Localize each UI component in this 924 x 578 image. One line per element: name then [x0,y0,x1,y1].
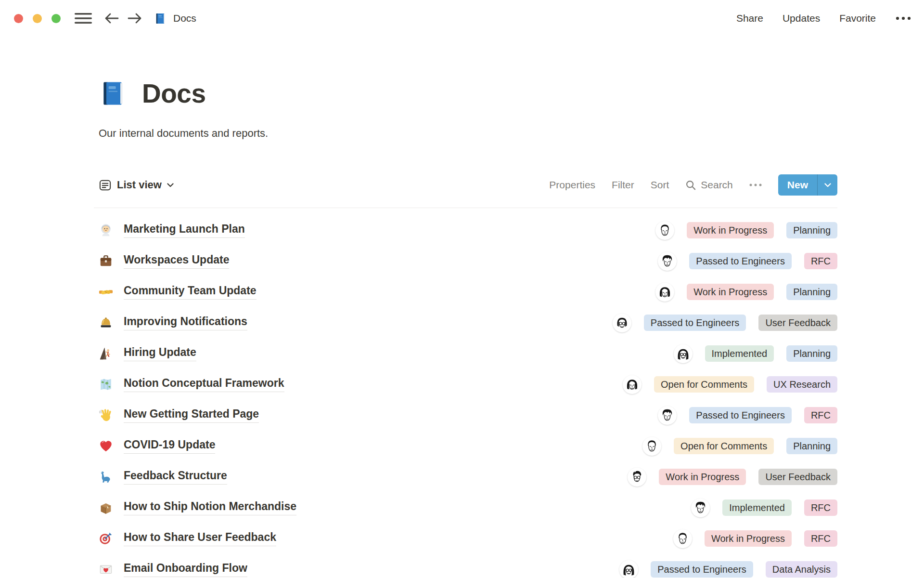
status-badge: Work in Progress [687,284,774,300]
search-icon [685,180,696,191]
properties-button[interactable]: Properties [549,179,595,191]
list-item[interactable]: How to Ship Notion Merchandise Implement… [99,492,837,523]
status-badge: Implemented [722,499,792,516]
collection-toolbar: List view Properties Filter Sort Search … [99,174,837,196]
page-body: Docs Our internal documents and reports.… [99,78,837,578]
status-badge: Work in Progress [687,222,774,238]
love-letter-icon [99,562,113,577]
list-item[interactable]: Email Onboarding Flow Passed to Engineer… [99,554,837,578]
row-properties: Passed to Engineers RFC [658,252,837,271]
row-properties: Open for Comments UX Research [623,375,837,394]
page-title[interactable]: Docs [142,78,206,109]
page-title-link[interactable]: Email Onboarding Flow [124,562,247,577]
heart-icon [99,439,113,453]
list-item[interactable]: Notion Conceptual Framework Open for Com… [99,369,837,400]
avatar [613,314,631,332]
forward-arrow-icon[interactable] [127,12,142,25]
list-item[interactable]: Marketing Launch Plan Work in Progress P… [99,215,837,246]
page-title-link[interactable]: New Getting Started Page [124,407,259,423]
list-view-icon [99,179,112,192]
page-title-link[interactable]: Hiring Update [124,346,196,361]
list-item[interactable]: Community Team Update Work in Progress P… [99,276,837,307]
package-icon [99,500,113,515]
more-options-icon[interactable] [895,16,911,20]
new-dropdown-button[interactable] [817,174,837,196]
avatar [658,406,677,425]
bell-icon [99,315,113,330]
page-title-link[interactable]: Improving Notifications [124,315,247,330]
status-badge: Passed to Engineers [651,561,753,578]
document-list: Marketing Launch Plan Work in Progress P… [99,215,837,578]
toolbar-more-icon[interactable] [749,184,762,186]
list-item[interactable]: New Getting Started Page Passed to Engin… [99,400,837,431]
category-badge: User Feedback [758,469,837,485]
page-title-link[interactable]: Community Team Update [124,284,257,300]
list-item[interactable]: COVID-19 Update Open for Comments Planni… [99,431,837,461]
share-button[interactable]: Share [736,13,763,24]
astronaut-icon [99,223,113,237]
status-badge: Open for Comments [674,438,774,454]
category-badge: UX Research [767,376,837,393]
category-badge: RFC [804,253,837,269]
window-controls [14,14,61,23]
page-title-link[interactable]: How to Ship Notion Merchandise [124,500,296,515]
category-badge: User Feedback [758,315,837,331]
updates-button[interactable]: Updates [783,13,820,24]
category-badge: Planning [786,345,837,362]
new-button[interactable]: New [778,174,817,196]
window-title: Docs [173,13,196,24]
page-subtitle[interactable]: Our internal documents and reports. [99,127,837,140]
climber-icon [99,346,113,361]
avatar [673,529,692,548]
avatar [628,468,646,486]
favorite-button[interactable]: Favorite [839,13,876,24]
row-properties: Open for Comments Planning [642,437,837,456]
doc-book-icon [154,12,167,25]
avatar [674,344,693,363]
briefcase-icon [99,254,113,268]
zoom-button[interactable] [51,14,61,23]
category-badge: Data Analysis [766,561,837,578]
page-title-link[interactable]: Workspaces Update [124,253,229,269]
avatar [623,375,642,394]
handshake-icon [99,285,113,299]
list-item[interactable]: Hiring Update Implemented Planning [99,338,837,369]
dinosaur-icon [99,470,113,484]
page-title-link[interactable]: Notion Conceptual Framework [124,377,284,392]
list-item[interactable]: Workspaces Update Passed to Engineers RF… [99,246,837,276]
row-properties: Implemented Planning [674,344,837,363]
row-properties: Work in Progress User Feedback [628,468,837,486]
category-badge: RFC [804,530,837,547]
list-item[interactable]: How to Share User Feedback Work in Progr… [99,523,837,554]
status-badge: Passed to Engineers [689,253,792,269]
window-titlebar: Docs Share Updates Favorite [0,0,924,37]
category-badge: RFC [804,407,837,423]
filter-button[interactable]: Filter [612,179,634,191]
row-properties: Work in Progress Planning [655,221,837,240]
search-button[interactable]: Search [685,179,733,191]
avatar [619,560,638,578]
close-button[interactable] [14,14,23,23]
view-label: List view [117,179,162,191]
back-arrow-icon[interactable] [104,12,119,25]
page-title-link[interactable]: How to Share User Feedback [124,531,276,546]
status-badge: Open for Comments [654,376,754,393]
avatar [655,283,674,302]
map-icon [99,377,113,392]
chevron-down-icon [824,183,831,187]
status-badge: Passed to Engineers [689,407,792,423]
minimize-button[interactable] [33,14,42,23]
status-badge: Work in Progress [705,530,792,547]
page-title-link[interactable]: Feedback Structure [124,469,227,485]
row-properties: Passed to Engineers Data Analysis [619,560,837,578]
page-title-link[interactable]: COVID-19 Update [124,438,215,454]
list-item[interactable]: Improving Notifications Passed to Engine… [99,307,837,338]
target-icon [99,531,113,546]
view-switcher[interactable]: List view [99,179,174,192]
sort-button[interactable]: Sort [651,179,669,191]
avatar [642,437,661,456]
sidebar-menu-icon[interactable] [74,11,92,26]
list-item[interactable]: Feedback Structure Work in Progress User… [99,461,837,492]
page-title-link[interactable]: Marketing Launch Plan [124,223,245,238]
page-book-icon[interactable] [99,79,128,108]
